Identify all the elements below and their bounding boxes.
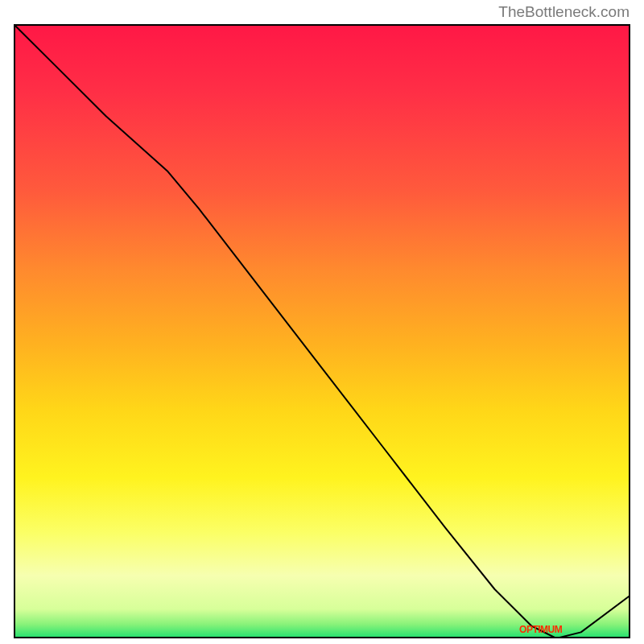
chart-gradient-background [15,26,629,637]
watermark-text: TheBottleneck.com [498,3,630,21]
optimum-annotation: OPTIMUM [519,624,562,635]
chart-plot-area [14,24,630,638]
